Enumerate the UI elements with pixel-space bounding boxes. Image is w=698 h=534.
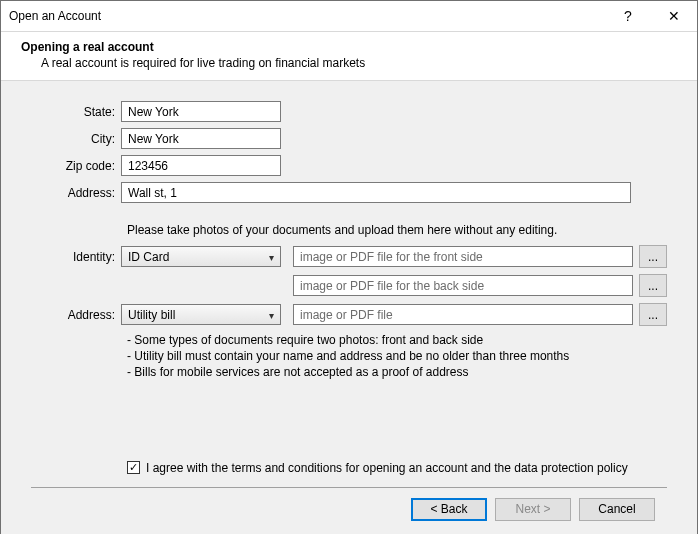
- city-row: City:: [31, 128, 667, 149]
- identity-select[interactable]: ID Card ▾: [121, 246, 281, 267]
- identity-front-file[interactable]: image or PDF file for the front side: [293, 246, 633, 267]
- address-input[interactable]: [121, 182, 631, 203]
- hints-block: - Some types of documents require two ph…: [31, 332, 667, 381]
- agree-text: I agree with the terms and conditions fo…: [146, 461, 628, 475]
- titlebar: Open an Account ? ✕: [1, 1, 697, 31]
- agree-checkbox[interactable]: ✓: [127, 461, 140, 474]
- close-button[interactable]: ✕: [651, 1, 697, 31]
- footer-buttons: < Back Next > Cancel: [31, 498, 667, 533]
- hint-line-2: - Utility bill must contain your name an…: [127, 348, 667, 364]
- identity-back-row: image or PDF file for the back side ...: [31, 274, 667, 297]
- state-row: State:: [31, 101, 667, 122]
- identity-front-browse-button[interactable]: ...: [639, 245, 667, 268]
- address-label: Address:: [31, 186, 121, 200]
- dialog-window: Open an Account ? ✕ Opening a real accou…: [0, 0, 698, 534]
- page-title: Opening a real account: [13, 40, 685, 54]
- next-button[interactable]: Next >: [495, 498, 571, 521]
- help-button[interactable]: ?: [605, 1, 651, 31]
- hint-line-1: - Some types of documents require two ph…: [127, 332, 667, 348]
- identity-back-file[interactable]: image or PDF file for the back side: [293, 275, 633, 296]
- hint-line-3: - Bills for mobile services are not acce…: [127, 364, 667, 380]
- back-button[interactable]: < Back: [411, 498, 487, 521]
- header-banner: Opening a real account A real account is…: [1, 31, 697, 81]
- page-subtitle: A real account is required for live trad…: [13, 54, 685, 70]
- address-doc-browse-button[interactable]: ...: [639, 303, 667, 326]
- city-label: City:: [31, 132, 121, 146]
- address-doc-row: Address: Utility bill ▾ image or PDF fil…: [31, 303, 667, 326]
- address-row: Address:: [31, 182, 667, 203]
- footer-divider: [31, 487, 667, 488]
- city-input[interactable]: [121, 128, 281, 149]
- identity-back-browse-button[interactable]: ...: [639, 274, 667, 297]
- close-icon: ✕: [668, 8, 680, 24]
- identity-label: Identity:: [31, 250, 121, 264]
- agree-row: ✓ I agree with the terms and conditions …: [31, 461, 667, 475]
- state-label: State:: [31, 105, 121, 119]
- help-icon: ?: [624, 8, 632, 24]
- address-doc-select-value: Utility bill: [128, 308, 175, 322]
- chevron-down-icon: ▾: [269, 251, 274, 262]
- zip-input[interactable]: [121, 155, 281, 176]
- identity-row: Identity: ID Card ▾ image or PDF file fo…: [31, 245, 667, 268]
- cancel-button[interactable]: Cancel: [579, 498, 655, 521]
- zip-label: Zip code:: [31, 159, 121, 173]
- state-input[interactable]: [121, 101, 281, 122]
- chevron-down-icon: ▾: [269, 309, 274, 320]
- identity-select-value: ID Card: [128, 250, 169, 264]
- address-doc-file[interactable]: image or PDF file: [293, 304, 633, 325]
- address-doc-label: Address:: [31, 308, 121, 322]
- address-doc-select[interactable]: Utility bill ▾: [121, 304, 281, 325]
- content-area: State: City: Zip code: Address: Please t…: [1, 81, 697, 534]
- check-icon: ✓: [129, 462, 138, 473]
- upload-notice: Please take photos of your documents and…: [31, 223, 667, 237]
- window-title: Open an Account: [9, 9, 605, 23]
- zip-row: Zip code:: [31, 155, 667, 176]
